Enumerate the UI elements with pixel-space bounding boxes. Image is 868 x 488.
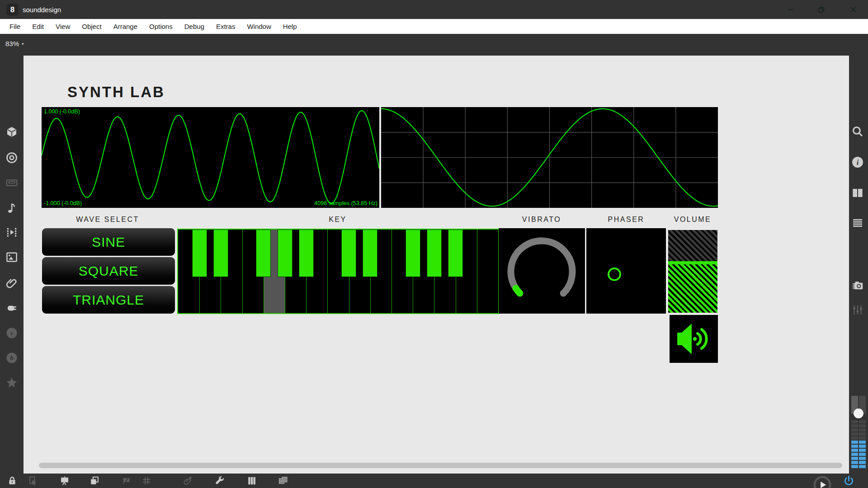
black-key[interactable] bbox=[299, 230, 314, 277]
vibrato-dial[interactable] bbox=[499, 228, 585, 314]
menu-arrange[interactable]: Arrange bbox=[108, 19, 143, 34]
level-meter-segment bbox=[851, 449, 858, 452]
black-key[interactable] bbox=[192, 230, 207, 277]
level-meter-segment bbox=[851, 424, 858, 427]
select-cursor-icon[interactable] bbox=[28, 475, 38, 486]
black-key[interactable] bbox=[363, 230, 377, 277]
volume-fader-empty bbox=[668, 230, 717, 261]
level-meter-segment bbox=[851, 441, 858, 444]
volume-label: VOLUME bbox=[674, 216, 712, 224]
level-meter-segment bbox=[859, 432, 866, 436]
svg-text:v: v bbox=[10, 330, 14, 337]
grid-hash-icon[interactable] bbox=[141, 475, 152, 486]
black-key[interactable] bbox=[427, 230, 442, 277]
paperclip-plus-icon[interactable] bbox=[183, 475, 193, 486]
level-meter-segment bbox=[859, 453, 866, 456]
wave-button-sine[interactable]: SINE bbox=[42, 228, 175, 256]
black-key[interactable] bbox=[341, 230, 356, 277]
horizontal-scrollbar[interactable] bbox=[39, 463, 842, 468]
plug-icon[interactable] bbox=[5, 301, 19, 315]
menu-file[interactable]: File bbox=[4, 19, 26, 34]
dial-value bbox=[516, 288, 520, 293]
black-key[interactable] bbox=[278, 230, 292, 277]
minimize-button[interactable] bbox=[777, 0, 803, 19]
black-key[interactable] bbox=[213, 230, 228, 277]
search-icon[interactable] bbox=[851, 125, 864, 138]
level-meter-segment bbox=[851, 461, 858, 464]
maximize-restore-button[interactable] bbox=[808, 0, 834, 19]
level-meter-segment bbox=[851, 453, 858, 456]
dot-grid-icon[interactable] bbox=[278, 475, 288, 486]
menu-extras[interactable]: Extras bbox=[210, 19, 241, 34]
presentation-icon[interactable] bbox=[59, 475, 70, 486]
wave-button-triangle[interactable]: TRIANGLE bbox=[42, 286, 175, 314]
menu-debug[interactable]: Debug bbox=[179, 19, 210, 34]
patcher-canvas[interactable]: SYNTH LAB 1.000 (-0.0dB) -1.000 (-0.0dB)… bbox=[24, 56, 849, 474]
close-button[interactable] bbox=[840, 0, 866, 19]
star-icon[interactable] bbox=[5, 376, 19, 389]
vibrato-label: VIBRATO bbox=[522, 216, 561, 224]
image-icon[interactable] bbox=[5, 250, 19, 264]
filmstrip-play-icon[interactable] bbox=[5, 225, 19, 239]
volume-fader-fill bbox=[668, 264, 717, 313]
menu-help[interactable]: Help bbox=[277, 19, 303, 34]
menu-window[interactable]: Window bbox=[241, 19, 277, 34]
level-meter-segment bbox=[859, 465, 866, 468]
master-volume-knob[interactable] bbox=[854, 408, 863, 418]
layers-icon[interactable] bbox=[89, 475, 100, 486]
menu-view[interactable]: View bbox=[50, 19, 76, 34]
scope-min-label: -1.000 (-0.0dB) bbox=[44, 200, 82, 206]
level-meter-segment bbox=[851, 436, 858, 440]
run-button[interactable] bbox=[812, 474, 833, 488]
info-icon[interactable]: i bbox=[851, 155, 864, 169]
music-note-icon[interactable] bbox=[5, 201, 19, 215]
audio-power-button[interactable] bbox=[843, 475, 855, 487]
volume-fader[interactable] bbox=[668, 230, 717, 313]
menu-options[interactable]: Options bbox=[143, 19, 179, 34]
right-sidebar: i bbox=[849, 56, 868, 474]
level-meter-segment bbox=[859, 428, 866, 432]
zoom-level-select[interactable]: 83% ▾ bbox=[5, 40, 24, 47]
columns-icon[interactable] bbox=[851, 186, 864, 200]
level-meter-segment bbox=[851, 432, 858, 436]
level-meter-segment bbox=[859, 441, 866, 444]
white-key-14[interactable] bbox=[477, 230, 498, 313]
list-icon[interactable] bbox=[851, 216, 864, 230]
paperclip-icon[interactable] bbox=[5, 276, 19, 290]
black-key[interactable] bbox=[406, 230, 420, 277]
audio-output-button[interactable] bbox=[670, 315, 718, 363]
volume-fader-handle[interactable] bbox=[668, 261, 717, 264]
level-meter-segment bbox=[859, 461, 866, 464]
wrench-icon[interactable] bbox=[214, 475, 225, 486]
phaser-label: PHASER bbox=[608, 216, 645, 224]
black-key[interactable] bbox=[256, 230, 271, 277]
mixer-icon[interactable] bbox=[851, 303, 864, 317]
flag-slash-icon[interactable] bbox=[121, 475, 132, 486]
cube-icon[interactable] bbox=[5, 126, 19, 139]
wave-button-square[interactable]: SQUARE bbox=[42, 257, 175, 285]
titlebar[interactable]: 8 sounddesign bbox=[0, 0, 868, 19]
piano-keys-icon[interactable] bbox=[246, 475, 257, 486]
menu-bar: FileEditViewObjectArrangeOptionsDebugExt… bbox=[0, 19, 868, 34]
phaser-toggle[interactable] bbox=[586, 228, 666, 314]
menu-object[interactable]: Object bbox=[76, 19, 107, 34]
level-meter-segment bbox=[851, 457, 858, 460]
vimeo-circle-icon[interactable]: v bbox=[5, 326, 19, 340]
lock-icon[interactable] bbox=[7, 475, 18, 486]
close-icon bbox=[851, 7, 855, 12]
max-window: 8 sounddesign FileEditViewObjectArrangeO… bbox=[0, 0, 868, 488]
kslider-keyboard[interactable] bbox=[177, 229, 499, 314]
b-circle-icon[interactable]: b bbox=[5, 351, 19, 365]
target-icon[interactable] bbox=[5, 151, 19, 164]
amp-icon[interactable] bbox=[5, 176, 19, 189]
scope-cycle-display bbox=[381, 107, 718, 208]
dial-track bbox=[511, 241, 572, 293]
scope-max-label: 1.000 (-0.0dB) bbox=[44, 108, 80, 115]
scope-waveform-display: 1.000 (-0.0dB) -1.000 (-0.0dB) 4096 samp… bbox=[42, 107, 379, 208]
level-meter-segment bbox=[851, 420, 858, 423]
level-meter-segment bbox=[851, 445, 858, 448]
black-key[interactable] bbox=[448, 230, 463, 277]
camera-icon[interactable] bbox=[851, 279, 864, 292]
menu-edit[interactable]: Edit bbox=[26, 19, 50, 34]
level-meter-segment bbox=[851, 428, 858, 432]
